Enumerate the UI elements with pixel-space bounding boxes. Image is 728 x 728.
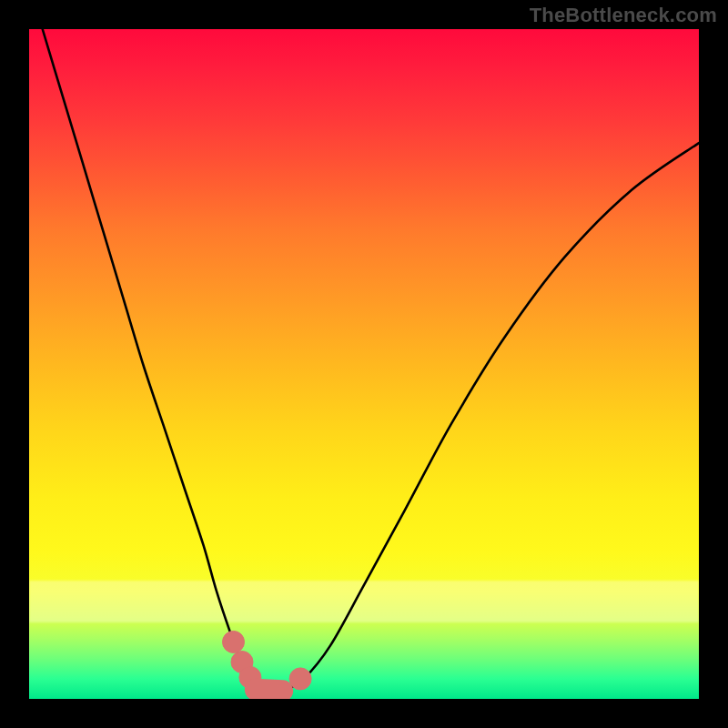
chart-svg (29, 29, 699, 699)
watermark-text: TheBottleneck.com (530, 4, 717, 27)
chart-markers (223, 631, 312, 691)
chart-marker-dot (223, 631, 245, 652)
chart-plot-area (29, 29, 699, 699)
bottleneck-curve (43, 29, 699, 693)
chart-marker-capsule (256, 690, 282, 692)
chart-marker-dot (289, 668, 311, 690)
